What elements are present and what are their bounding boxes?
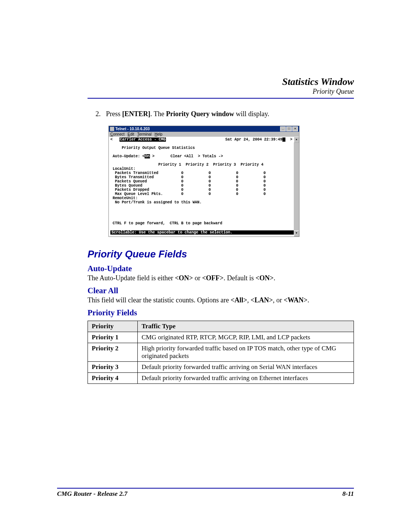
- step-number: 2.: [96, 110, 106, 118]
- auto-update-value[interactable]: On: [145, 154, 150, 158]
- footer-rule: [57, 488, 354, 489]
- col-p1: Priority 1: [158, 163, 181, 167]
- r3v2: 0: [236, 184, 238, 188]
- r3v1: 0: [209, 184, 211, 188]
- banner-date: Sat Apr 24, 2004 22:39:49: [225, 137, 282, 142]
- r0v2: 0: [236, 171, 238, 175]
- r4v2: 0: [236, 188, 238, 192]
- table-row: Priority 2 High priority forwarded traff…: [88, 343, 354, 362]
- au-post: . Default is: [223, 274, 255, 282]
- r1v2: 0: [236, 175, 238, 179]
- scroll-up-icon[interactable]: ▲: [294, 137, 299, 143]
- row-4-label: Packets Dropped: [115, 188, 149, 192]
- menu-connect[interactable]: Connect: [110, 132, 124, 136]
- r4v0: 0: [181, 188, 183, 192]
- cell-traffic: Default priority forwarded traffic arriv…: [138, 373, 354, 384]
- header-rule: [88, 98, 354, 99]
- ca-end: .: [307, 296, 309, 304]
- localunit-label: LocalUnit:: [113, 167, 135, 171]
- table-row: Priority 1 CMG originated RTP, RTCP, MGC…: [88, 332, 354, 343]
- instr-mid: . The: [150, 110, 166, 118]
- enter-key: [ENTER]: [122, 110, 150, 118]
- cell-traffic: Default priority forwarded traffic arriv…: [138, 362, 354, 373]
- r0v0: 0: [181, 171, 183, 175]
- telnet-title: Telnet - 10.10.6.203: [115, 127, 150, 131]
- table-row: Priority 4 Default priority forwarded tr…: [88, 373, 354, 384]
- clear-all-body: This field will clear the statistic coun…: [88, 296, 354, 304]
- row-5-label: Max Queue Level Pkts.: [115, 192, 163, 196]
- row-2-label: Packets Queued: [115, 179, 147, 184]
- instr-pre: Press: [106, 110, 123, 118]
- ca-pre: This field will clear the statistic coun…: [88, 296, 231, 304]
- col-p2: Priority 2: [186, 163, 209, 167]
- telnet-status: Scrollable: Use the spacebar to change t…: [110, 230, 298, 235]
- auto-update-label: Auto-Update:: [113, 154, 140, 158]
- instr-post: will display.: [234, 110, 269, 118]
- telnet-icon: [110, 127, 114, 131]
- priority-fields-heading: Priority Fields: [88, 308, 354, 318]
- r5v1: 0: [209, 192, 211, 196]
- ca-o3: <WAN>: [284, 296, 307, 304]
- clear-label[interactable]: Clear <All > Totals ->: [170, 154, 223, 158]
- minimize-button[interactable]: _: [280, 126, 286, 131]
- paging-hint: CTRL F to page forward, CTRL B to page b…: [113, 221, 222, 225]
- close-button[interactable]: ×: [292, 126, 298, 131]
- maximize-button[interactable]: □: [286, 126, 292, 131]
- r2v2: 0: [236, 179, 238, 184]
- instruction-step-2: 2.Press [ENTER]. The Priority Query wind…: [105, 110, 354, 118]
- r1v1: 0: [209, 175, 211, 179]
- r4v1: 0: [209, 188, 211, 192]
- footer-right: 8-11: [342, 490, 354, 498]
- section-title: Priority Queue Fields: [88, 248, 354, 260]
- page: Statistics Window Priority Queue 2.Press…: [0, 0, 411, 532]
- r1v3: 0: [263, 175, 266, 179]
- telnet-menubar[interactable]: Connect Edit Terminal Help: [109, 132, 299, 137]
- menu-edit[interactable]: Edit: [127, 132, 134, 136]
- th-priority: Priority: [88, 321, 138, 332]
- r2v0: 0: [181, 179, 183, 184]
- cell-priority: Priority 2: [88, 343, 138, 362]
- r5v3: 0: [263, 192, 266, 196]
- r2v1: 0: [209, 179, 211, 184]
- r3v3: 0: [263, 184, 266, 188]
- stats-heading: Priority Output Queue Statistics: [122, 146, 195, 150]
- th-traffic-type: Traffic Type: [138, 321, 354, 332]
- telnet-titlebar[interactable]: Telnet - 10.10.6.203 _ □ ×: [109, 126, 299, 132]
- r5v2: 0: [236, 192, 238, 196]
- window-name: Priority Query window: [166, 110, 234, 118]
- scroll-down-icon[interactable]: ▼: [294, 230, 299, 236]
- vertical-scrollbar[interactable]: ▲ ▼: [294, 137, 299, 236]
- col-p4: Priority 4: [241, 163, 263, 167]
- telnet-body: < Carrier Access - CMG Sat Apr 24, 2004 …: [109, 137, 299, 236]
- cell-priority: Priority 1: [88, 332, 138, 343]
- r0v1: 0: [209, 171, 211, 175]
- menu-terminal[interactable]: Terminal: [137, 132, 152, 136]
- table-row: Priority 3 Default priority forwarded tr…: [88, 362, 354, 373]
- ca-c2: , or: [273, 296, 284, 304]
- table-header-row: Priority Traffic Type: [88, 321, 354, 332]
- r5v0: 0: [181, 192, 183, 196]
- cell-priority: Priority 3: [88, 362, 138, 373]
- auto-update-heading: Auto-Update: [88, 264, 354, 273]
- page-footer: CMG Router - Release 2.7 8-11: [57, 488, 354, 498]
- au-off: <OFF>: [202, 274, 224, 282]
- auto-update-body: The Auto-Update field is either <ON> or …: [88, 274, 354, 282]
- r2v3: 0: [263, 179, 266, 184]
- ca-o2: <LAN>: [250, 296, 273, 304]
- cell-traffic: High priority forwarded traffic based on…: [138, 343, 354, 362]
- au-end: .: [274, 274, 276, 282]
- r0v3: 0: [263, 171, 266, 175]
- col-p3: Priority 3: [213, 163, 236, 167]
- au-def: <ON>: [255, 274, 274, 282]
- remote-msg: No Port/Trunk is assigned to this WAN.: [115, 200, 202, 204]
- cell-priority: Priority 4: [88, 373, 138, 384]
- row-1-label: Bytes Transmitted: [115, 175, 154, 179]
- cell-traffic: CMG originated RTP, RTCP, MGCP, RIP, LMI…: [138, 332, 354, 343]
- au-pre: The Auto-Update field is either: [88, 274, 175, 282]
- row-0-label: Packets Transmitted: [115, 171, 158, 175]
- ca-o1: <All>: [231, 296, 247, 304]
- menu-help[interactable]: Help: [155, 132, 162, 136]
- page-header: Statistics Window Priority Queue: [88, 76, 354, 96]
- remoteunit-label: RemoteUnit:: [113, 196, 138, 200]
- telnet-window: Telnet - 10.10.6.203 _ □ × Connect Edit …: [108, 126, 299, 237]
